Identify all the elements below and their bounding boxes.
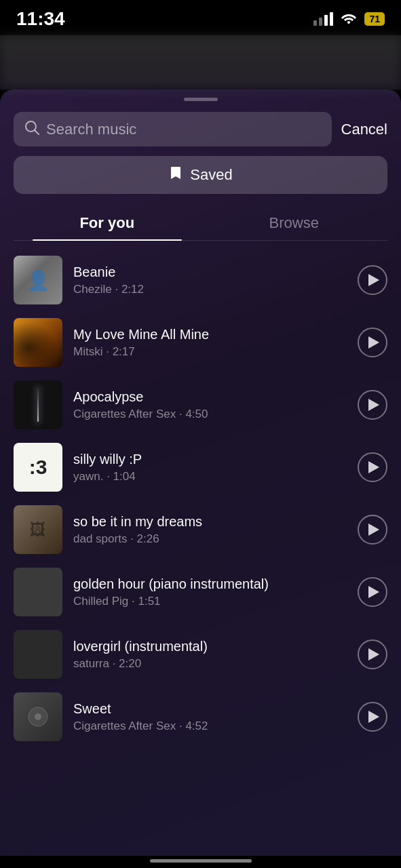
saved-button[interactable]: Saved [14, 156, 387, 194]
track-info: My Love Mine All Mine Mitski · 2:17 [73, 327, 347, 359]
search-icon [24, 120, 39, 138]
track-subtitle: Mitski · 2:17 [73, 345, 347, 359]
track-artwork-sobeit [14, 505, 62, 554]
top-blur-area [0, 35, 401, 90]
list-item[interactable]: lovergirl (instrumental) saturra · 2:20 [0, 623, 401, 686]
track-info: Sweet Cigarettes After Sex · 4:52 [73, 701, 347, 733]
track-title: silly willy :P [73, 452, 347, 467]
play-icon [368, 648, 379, 660]
tab-for-you[interactable]: For you [14, 205, 201, 240]
track-subtitle: saturra · 2:20 [73, 657, 347, 671]
track-subtitle: yawn. · 1:04 [73, 470, 347, 484]
smoke-decoration [37, 388, 39, 422]
play-icon [368, 586, 379, 598]
track-title: My Love Mine All Mine [73, 327, 347, 342]
wifi-icon [340, 11, 358, 28]
track-title: Beanie [73, 264, 347, 280]
svg-line-1 [35, 131, 39, 135]
list-item[interactable]: golden hour (piano instrumental) Chilled… [0, 561, 401, 623]
track-title: golden hour (piano instrumental) [73, 576, 347, 592]
play-icon [368, 711, 379, 723]
signal-icon [313, 12, 333, 26]
play-button[interactable] [358, 328, 387, 357]
list-item[interactable]: Sweet Cigarettes After Sex · 4:52 [0, 686, 401, 748]
status-bar: 11:34 71 [0, 0, 401, 35]
track-subtitle: Chezile · 2:12 [73, 283, 347, 296]
track-title: lovergirl (instrumental) [73, 639, 347, 654]
track-artwork-beanie [14, 256, 62, 304]
play-button[interactable] [358, 639, 387, 669]
track-info: so be it in my dreams dad sports · 2:26 [73, 514, 347, 546]
status-time: 11:34 [16, 8, 65, 30]
list-item[interactable]: My Love Mine All Mine Mitski · 2:17 [0, 311, 401, 374]
list-item[interactable]: Beanie Chezile · 2:12 [0, 249, 401, 311]
saved-label: Saved [190, 166, 232, 184]
music-sheet: Search music Cancel Saved For you Browse… [0, 90, 401, 856]
bookmark-icon [168, 165, 183, 184]
sheet-handle [0, 90, 401, 106]
svg-point-3 [35, 713, 41, 720]
play-button[interactable] [358, 515, 387, 545]
track-info: golden hour (piano instrumental) Chilled… [73, 576, 347, 608]
track-artwork-sweet [14, 692, 62, 741]
track-artwork-sillywilly: :3 [14, 443, 62, 492]
play-icon [368, 274, 379, 286]
track-artwork-apocalypse [14, 380, 62, 429]
play-icon [368, 399, 379, 411]
track-info: silly willy :P yawn. · 1:04 [73, 452, 347, 484]
track-title: Apocalypse [73, 389, 347, 405]
sweet-art-icon [26, 705, 50, 729]
play-button[interactable] [358, 265, 387, 295]
list-item[interactable]: :3 silly willy :P yawn. · 1:04 [0, 436, 401, 498]
track-subtitle: Cigarettes After Sex · 4:50 [73, 408, 347, 421]
track-info: lovergirl (instrumental) saturra · 2:20 [73, 639, 347, 671]
search-placeholder: Search music [46, 121, 136, 138]
handle-bar [184, 98, 218, 101]
track-artwork-lovergirl [14, 630, 62, 679]
play-button[interactable] [358, 577, 387, 607]
cancel-button[interactable]: Cancel [341, 121, 387, 138]
play-button[interactable] [358, 390, 387, 420]
search-box[interactable]: Search music [14, 112, 332, 146]
track-title: Sweet [73, 701, 347, 717]
track-subtitle: Chilled Pig · 1:51 [73, 595, 347, 608]
track-subtitle: dad sports · 2:26 [73, 532, 347, 546]
list-item[interactable]: Apocalypse Cigarettes After Sex · 4:50 [0, 374, 401, 436]
track-subtitle: Cigarettes After Sex · 4:52 [73, 719, 347, 733]
battery-indicator: 71 [364, 12, 385, 26]
track-artwork-goldenhour [14, 568, 62, 616]
status-icons: 71 [313, 11, 385, 28]
track-info: Beanie Chezile · 2:12 [73, 264, 347, 296]
play-icon [368, 524, 379, 536]
play-icon [368, 461, 379, 473]
play-button[interactable] [358, 702, 387, 732]
play-icon [368, 336, 379, 349]
track-list: Beanie Chezile · 2:12 My Love Mine All M… [0, 243, 401, 753]
track-title: so be it in my dreams [73, 514, 347, 530]
track-info: Apocalypse Cigarettes After Sex · 4:50 [73, 389, 347, 421]
home-indicator [150, 859, 252, 863]
play-button[interactable] [358, 452, 387, 482]
tab-browse[interactable]: Browse [201, 205, 388, 240]
tabs-bar: For you Browse [14, 205, 387, 241]
list-item[interactable]: so be it in my dreams dad sports · 2:26 [0, 498, 401, 561]
svg-point-0 [26, 121, 36, 132]
track-artwork-mylove [14, 318, 62, 367]
search-area: Search music Cancel [0, 106, 401, 156]
